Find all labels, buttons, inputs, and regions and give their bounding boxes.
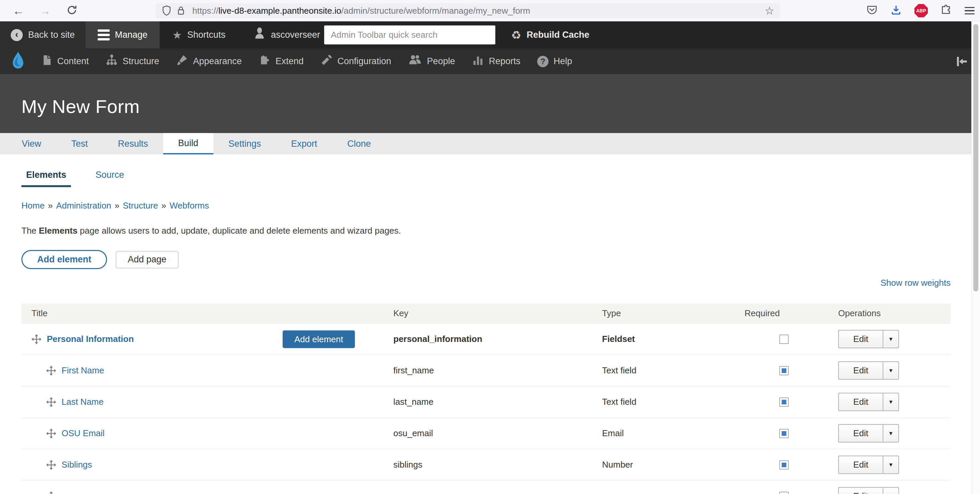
add-page-button[interactable]: Add page: [116, 251, 178, 268]
edit-button[interactable]: Edit: [839, 393, 883, 410]
back-to-site-button[interactable]: ‹ Back to site: [0, 21, 86, 48]
edit-dropdown-toggle[interactable]: ▼: [883, 456, 898, 473]
menu-item-help[interactable]: ? Help: [537, 56, 572, 67]
element-key: first_name: [393, 365, 602, 376]
edit-button[interactable]: Edit: [839, 425, 883, 442]
breadcrumb-webforms[interactable]: Webforms: [170, 200, 209, 211]
element-title-link[interactable]: Personal Information: [47, 334, 134, 344]
row-add-element-button[interactable]: Add element: [283, 330, 355, 348]
caret-down-icon: ▼: [888, 399, 894, 405]
menu-item-content[interactable]: Content: [41, 54, 89, 68]
url-text: https://live-d8-example.pantheonsite.io/…: [192, 6, 530, 16]
show-row-weights-link[interactable]: Show row weights: [880, 278, 951, 288]
required-checkbox[interactable]: [779, 492, 789, 494]
pocket-icon[interactable]: [866, 4, 878, 17]
drupal-logo-icon[interactable]: [9, 51, 27, 72]
subtab-elements[interactable]: Elements: [21, 170, 71, 187]
checkbox-fill: [782, 400, 786, 404]
edit-button[interactable]: Edit: [839, 488, 883, 494]
drag-handle-icon[interactable]: [46, 397, 56, 407]
browser-reload-icon[interactable]: [66, 4, 78, 17]
table-row: Personal Information Add element persona…: [21, 324, 951, 355]
drag-handle-icon[interactable]: [46, 429, 56, 438]
manage-label: Manage: [115, 30, 148, 40]
browser-back-icon[interactable]: ←: [13, 5, 24, 16]
breadcrumb-administration[interactable]: Administration: [56, 200, 111, 211]
shortcuts-button[interactable]: ★ Shortcuts: [163, 21, 235, 48]
edit-dropdown: Edit ▼: [838, 330, 899, 348]
page-scrollbar[interactable]: [971, 21, 980, 494]
page-title: My New Form: [0, 74, 980, 117]
menu-item-structure[interactable]: Structure: [106, 54, 159, 68]
wrench-icon: [320, 54, 332, 68]
drag-handle-icon[interactable]: [46, 491, 56, 494]
admin-menu-bar: Content Structure Appearance: [0, 48, 980, 74]
tab-export[interactable]: Export: [276, 133, 332, 154]
extensions-puzzle-icon[interactable]: [940, 4, 952, 17]
menu-item-label: Configuration: [337, 56, 391, 67]
tab-clone[interactable]: Clone: [332, 133, 386, 154]
browser-chrome: ← → https://live-d8-example.pantheonsite…: [0, 0, 980, 21]
tab-build[interactable]: Build: [163, 133, 213, 154]
scrollbar-thumb[interactable]: [973, 24, 978, 291]
edit-dropdown-toggle[interactable]: ▼: [883, 488, 898, 494]
element-title-link[interactable]: OSU Email: [62, 428, 105, 438]
breadcrumb-home[interactable]: Home: [21, 200, 45, 211]
tab-results[interactable]: Results: [103, 133, 163, 154]
drag-handle-icon[interactable]: [46, 366, 56, 376]
admin-quick-search-input[interactable]: [324, 25, 495, 44]
user-menu-button[interactable]: ascoverseer: [244, 21, 329, 48]
required-checkbox[interactable]: [779, 335, 789, 344]
row-title-cell: [21, 481, 393, 494]
admin-quick-search[interactable]: [324, 25, 495, 44]
downloads-icon[interactable]: [890, 4, 902, 17]
tab-test[interactable]: Test: [56, 133, 103, 154]
browser-menu-icon[interactable]: [965, 7, 975, 14]
lock-icon[interactable]: [176, 5, 186, 16]
table-row: First Name first_name Text field Edit ▼: [21, 355, 951, 386]
edit-dropdown-toggle[interactable]: ▼: [883, 330, 898, 348]
page-header: My New Form: [0, 74, 980, 133]
browser-forward-icon[interactable]: →: [40, 5, 51, 16]
required-checkbox[interactable]: [779, 429, 789, 438]
menu-item-configuration[interactable]: Configuration: [320, 54, 391, 68]
collapse-toolbar-icon[interactable]: [955, 56, 969, 68]
edit-button[interactable]: Edit: [839, 456, 883, 473]
manage-button[interactable]: Manage: [86, 21, 160, 48]
shield-icon[interactable]: [162, 5, 172, 16]
tab-settings[interactable]: Settings: [213, 133, 276, 154]
breadcrumb-separator: »: [162, 200, 166, 211]
breadcrumb-structure[interactable]: Structure: [123, 200, 158, 211]
edit-dropdown: Edit ▼: [838, 393, 899, 411]
menu-item-reports[interactable]: Reports: [472, 54, 521, 68]
element-title-link[interactable]: Siblings: [62, 459, 92, 470]
drag-handle-icon[interactable]: [46, 460, 56, 470]
adblock-icon[interactable]: ABP: [915, 4, 928, 17]
secondary-tabs: Elements Source: [0, 154, 980, 187]
rebuild-cache-button[interactable]: ♻ Rebuild Cache: [511, 21, 589, 48]
shortcuts-label: Shortcuts: [187, 30, 226, 40]
element-title-link[interactable]: First Name: [62, 365, 104, 376]
question-icon: ?: [537, 56, 549, 67]
required-checkbox[interactable]: [779, 366, 789, 375]
required-checkbox[interactable]: [779, 460, 789, 470]
required-checkbox[interactable]: [779, 397, 789, 407]
table-row: Siblings siblings Number Edit ▼: [21, 449, 951, 481]
checkbox-fill: [782, 431, 786, 436]
edit-dropdown-toggle[interactable]: ▼: [883, 425, 898, 442]
menu-item-people[interactable]: People: [408, 54, 455, 68]
url-bar[interactable]: https://live-d8-example.pantheonsite.io/…: [156, 3, 780, 18]
tab-view[interactable]: View: [7, 133, 56, 154]
edit-button[interactable]: Edit: [839, 362, 883, 379]
bookmark-star-icon[interactable]: ☆: [765, 4, 774, 17]
add-element-button[interactable]: Add element: [21, 250, 107, 269]
menu-item-extend[interactable]: Extend: [259, 54, 304, 68]
edit-dropdown-toggle[interactable]: ▼: [883, 393, 898, 410]
edit-button[interactable]: Edit: [839, 330, 883, 348]
element-title-link[interactable]: Last Name: [62, 397, 104, 407]
drag-handle-icon[interactable]: [32, 334, 41, 344]
menu-item-appearance[interactable]: Appearance: [176, 54, 242, 68]
subtab-source[interactable]: Source: [91, 170, 129, 187]
menu-item-label: Help: [554, 56, 572, 67]
edit-dropdown-toggle[interactable]: ▼: [883, 362, 898, 379]
